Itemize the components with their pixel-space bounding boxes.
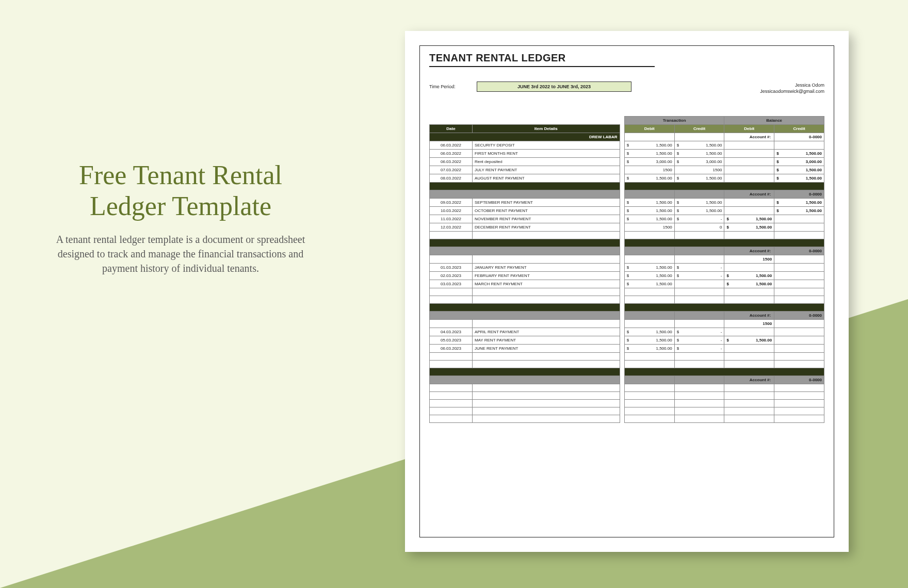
amount-cell: $1,500.00 bbox=[624, 207, 674, 215]
account-row-2: Account #: 0-0000 bbox=[430, 190, 824, 199]
doc-title: TENANT RENTAL LEDGER bbox=[429, 52, 655, 67]
amount-cell: 1500 bbox=[624, 166, 674, 174]
amount-cell: $1,500.00 bbox=[624, 215, 674, 223]
ledger-row: 06.03.2022SECURITY DEPOSIT$1,500.00$1,50… bbox=[430, 141, 824, 150]
amount-cell: $1,500.00 bbox=[674, 141, 724, 150]
ledger-row: 08.03.2022AUGUST RENT PAYMENT$1,500.00$1… bbox=[430, 174, 824, 183]
amount-cell: $1,500.00 bbox=[674, 150, 724, 158]
divider-1 bbox=[430, 183, 824, 190]
item-cell: AUGUST RENT PAYMENT bbox=[472, 174, 620, 183]
amount-cell: $1,500.00 bbox=[774, 174, 824, 183]
date-cell: 06.03.2022 bbox=[430, 158, 473, 166]
amount-cell: 1500 bbox=[624, 223, 674, 232]
amount-cell: $1,500.00 bbox=[774, 166, 824, 174]
amount-cell bbox=[724, 141, 774, 150]
amount-cell: $1,500.00 bbox=[674, 174, 724, 183]
drew-labar: DREW LABAR bbox=[430, 133, 620, 141]
item-cell: FIRST MONTHS RENT bbox=[472, 150, 620, 158]
empty-row bbox=[430, 400, 824, 407]
amount-cell: $1,500.00 bbox=[674, 207, 724, 215]
time-period-label: Time Period: bbox=[429, 84, 477, 89]
item-cell: JANUARY RENT PAYMENT bbox=[472, 264, 620, 272]
amount-cell bbox=[724, 174, 774, 183]
amount-cell: $3,000.00 bbox=[674, 158, 724, 166]
amount-cell bbox=[774, 345, 824, 353]
date-cell: 06.03.2023 bbox=[430, 345, 473, 353]
amount-cell: $1,500.00 bbox=[774, 207, 824, 215]
item-cell: MAY RENT PAYMENT bbox=[472, 336, 620, 345]
date-cell: 12.03.2022 bbox=[430, 223, 473, 232]
amount-cell: $1,500.00 bbox=[624, 280, 674, 288]
amount-cell: $- bbox=[674, 345, 724, 353]
ledger-row: 10.03.2022OCTOBER RENT PAYMENT$1,500.00$… bbox=[430, 207, 824, 215]
extra-1500-row-2: 1500 bbox=[430, 320, 824, 328]
divider-4 bbox=[430, 368, 824, 376]
amount-cell: $3,000.00 bbox=[774, 158, 824, 166]
item-cell: JUNE RENT PAYMENT bbox=[472, 345, 620, 353]
amount-cell bbox=[774, 264, 824, 272]
hdr-date: Date bbox=[430, 125, 473, 133]
date-cell: 03.03.2023 bbox=[430, 280, 473, 288]
account-row-3: Account #: 0-0000 bbox=[430, 247, 824, 255]
amount-cell: $1,500.00 bbox=[674, 199, 724, 207]
amount-cell: $1,500.00 bbox=[774, 150, 824, 158]
amount-cell bbox=[774, 280, 824, 288]
page-title: Free Tenant Rental Ledger Template bbox=[41, 160, 320, 222]
date-cell: 01.03.2023 bbox=[430, 264, 473, 272]
date-cell: 04.03.2023 bbox=[430, 328, 473, 336]
amount-cell: $- bbox=[674, 215, 724, 223]
date-cell: 09.03.2022 bbox=[430, 199, 473, 207]
amount-cell: $1,500.00 bbox=[624, 150, 674, 158]
ledger-row: 11.03.2022NOVEMBER RENT PAYMENT$1,500.00… bbox=[430, 215, 824, 223]
amount-cell: $1,500.00 bbox=[624, 328, 674, 336]
time-period-value: JUNE 3rd 2022 to JUNE 3rd, 2023 bbox=[477, 81, 631, 92]
amount-cell: $1,500.00 bbox=[624, 199, 674, 207]
item-cell: DECEMBER RENT PAYMENT bbox=[472, 223, 620, 232]
item-cell: SEPTEMBER RENT PAYMENT bbox=[472, 199, 620, 207]
date-cell: 07.03.2022 bbox=[430, 166, 473, 174]
empty-row bbox=[430, 384, 824, 392]
empty-row bbox=[430, 392, 824, 400]
amount-cell bbox=[724, 158, 774, 166]
ledger-row: 02.03.2023FEBRUARY RENT PAYMENT$1,500.00… bbox=[430, 272, 824, 280]
empty-row bbox=[430, 232, 824, 239]
amount-cell bbox=[724, 150, 774, 158]
amount-cell: $1,500.00 bbox=[624, 141, 674, 150]
amount-cell bbox=[724, 264, 774, 272]
amount-cell: $1,500.00 bbox=[724, 280, 774, 288]
ledger-row: 04.03.2023APRIL RENT PAYMENT$1,500.00$- bbox=[430, 328, 824, 336]
hdr-tx-debit: Debit bbox=[624, 125, 674, 133]
hdr-bal-debit: Debit bbox=[724, 125, 774, 133]
amount-cell: $1,500.00 bbox=[624, 336, 674, 345]
header-row-cols: Date Item Details Debit Credit Debit Cre… bbox=[430, 125, 824, 133]
amount-cell bbox=[674, 280, 724, 288]
amount-cell bbox=[774, 336, 824, 345]
amount-cell bbox=[724, 166, 774, 174]
amount-cell bbox=[724, 199, 774, 207]
item-cell: SECURITY DEPOSIT bbox=[472, 141, 620, 150]
amount-cell bbox=[724, 207, 774, 215]
ledger-row: 06.03.2023JUNE RENT PAYMENT$1,500.00$- bbox=[430, 345, 824, 353]
date-cell: 05.03.2023 bbox=[430, 336, 473, 345]
item-cell: Rent deposited bbox=[472, 158, 620, 166]
ledger-row: 12.03.2022DECEMBER RENT PAYMENT15000$1,5… bbox=[430, 223, 824, 232]
amount-cell: $- bbox=[674, 328, 724, 336]
page-description: A tenant rental ledger template is a doc… bbox=[41, 232, 320, 275]
empty-row bbox=[430, 407, 824, 415]
account-num: 0-0000 bbox=[774, 133, 824, 141]
empty-row bbox=[430, 296, 824, 304]
ledger-row: 09.03.2022SEPTEMBER RENT PAYMENT$1,500.0… bbox=[430, 199, 824, 207]
header-row-groups: Transaction Balance bbox=[430, 117, 824, 125]
amount-cell bbox=[774, 223, 824, 232]
amount-cell: 0 bbox=[674, 223, 724, 232]
empty-row bbox=[430, 415, 824, 423]
account-label: Account #: bbox=[724, 133, 774, 141]
amount-cell: 1500 bbox=[674, 166, 724, 174]
amount-cell: $1,500.00 bbox=[624, 264, 674, 272]
account-row-1: DREW LABAR Account #: 0-0000 bbox=[430, 133, 824, 141]
item-cell: JULY RENT PAYMENT bbox=[472, 166, 620, 174]
empty-row bbox=[430, 288, 824, 296]
amount-cell bbox=[774, 141, 824, 150]
amount-cell bbox=[724, 345, 774, 353]
amount-cell bbox=[774, 215, 824, 223]
